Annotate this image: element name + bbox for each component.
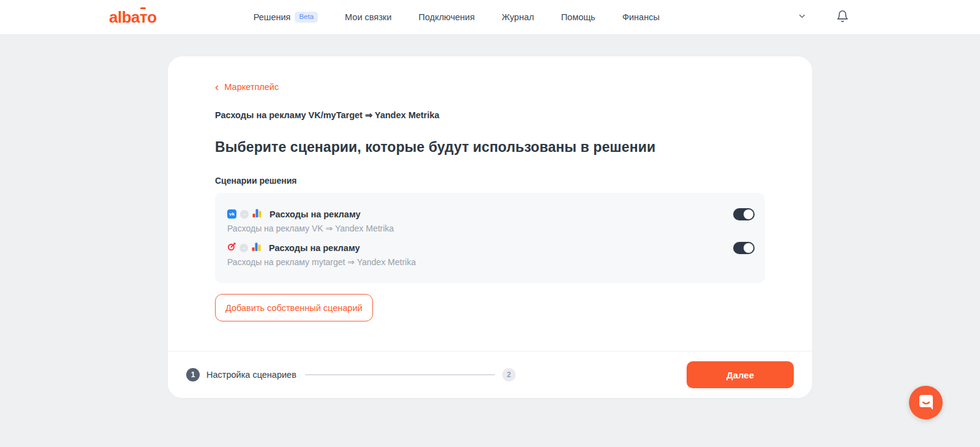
- scenario-info: → Расходы на рекламу Расходы на рекламу …: [227, 242, 416, 267]
- scenario-toggle[interactable]: [733, 208, 755, 220]
- step-1-label: Настройка сценариев: [206, 370, 296, 380]
- nav-item-label: Решения: [254, 12, 291, 22]
- arrow-right-icon: →: [240, 210, 249, 219]
- chat-widget-button[interactable]: [909, 386, 943, 419]
- nav-item-finance[interactable]: Финансы: [622, 12, 660, 22]
- back-link-label: Маркетплейс: [224, 82, 279, 92]
- chevron-down-icon: [797, 12, 807, 23]
- step-1-indicator: 1: [186, 368, 200, 381]
- account-dropdown-button[interactable]: [797, 12, 807, 23]
- arrow-right-icon: →: [239, 244, 248, 252]
- add-custom-scenario-button[interactable]: Добавить собственный сценарий: [215, 294, 373, 321]
- nav-item-journal[interactable]: Журнал: [502, 12, 534, 22]
- yandex-metrika-icon: [252, 208, 262, 220]
- scenario-subtitle: Расходы на рекламу VK ⇒ Yandex Metrika: [227, 224, 394, 233]
- main-menu: Решения Beta Мои связки Подключения Журн…: [254, 12, 660, 23]
- scenario-head: vk → Расходы на рекламу: [227, 208, 394, 220]
- step-2-indicator: 2: [502, 368, 516, 381]
- back-chevron-icon: ‹: [215, 83, 219, 91]
- page-heading: Выберите сценарии, которые будут использ…: [215, 139, 765, 156]
- next-button[interactable]: Далее: [687, 361, 794, 388]
- scenarios-section-label: Сценарии решения: [215, 176, 765, 186]
- scenario-row-vk: vk → Расходы на рекламу Расходы на рекла…: [227, 208, 755, 233]
- notifications-button[interactable]: [836, 10, 849, 24]
- nav-item-label: Финансы: [622, 12, 660, 22]
- nav-item-label: Подключения: [418, 12, 475, 22]
- card-body: ‹ Маркетплейс Расходы на рекламу VK/myTa…: [168, 56, 812, 321]
- nav-item-my-bundles[interactable]: Мои связки: [345, 12, 391, 22]
- scenario-subtitle: Расходы на рекламу mytarget ⇒ Yandex Met…: [227, 257, 416, 267]
- nav-item-label: Мои связки: [345, 12, 391, 22]
- back-to-marketplace-link[interactable]: ‹ Маркетплейс: [215, 82, 279, 92]
- nav-item-connections[interactable]: Подключения: [418, 12, 475, 22]
- nav-item-label: Помощь: [561, 12, 595, 22]
- step-progress-line: [305, 374, 495, 375]
- toggle-knob: [744, 243, 753, 253]
- scenarios-panel: vk → Расходы на рекламу Расходы на рекла…: [215, 193, 765, 283]
- mytarget-app-icon: [227, 242, 236, 254]
- stepper-footer: 1 Настройка сценариев 2 Далее: [168, 351, 812, 398]
- vk-app-icon: vk: [227, 209, 236, 219]
- toggle-knob: [744, 209, 753, 219]
- nav-right-controls: [797, 10, 980, 24]
- bell-icon: [836, 10, 849, 24]
- scenario-title: Расходы на рекламу: [269, 243, 360, 253]
- top-navigation: albaтo Решения Beta Мои связки Подключен…: [0, 0, 980, 35]
- solution-title: Расходы на рекламу VK/myTarget ⇒ Yandex …: [215, 110, 765, 120]
- albato-logo[interactable]: albaтo: [109, 8, 157, 27]
- scenario-title: Расходы на рекламу: [270, 209, 360, 219]
- yandex-metrika-icon: [252, 242, 261, 254]
- chat-bubble-icon: [918, 393, 935, 412]
- scenario-info: vk → Расходы на рекламу Расходы на рекла…: [227, 208, 394, 233]
- nav-item-help[interactable]: Помощь: [561, 12, 595, 22]
- solution-setup-card: ‹ Маркетплейс Расходы на рекламу VK/myTa…: [168, 56, 812, 398]
- beta-badge: Beta: [295, 12, 318, 23]
- logo-text: alba: [109, 8, 140, 27]
- nav-item-label: Журнал: [502, 12, 534, 22]
- logo-t-overline: т: [140, 8, 147, 27]
- scenario-toggle[interactable]: [733, 242, 755, 254]
- nav-item-solutions[interactable]: Решения Beta: [254, 12, 318, 23]
- logo-text-end: o: [147, 8, 156, 27]
- scenario-row-mytarget: → Расходы на рекламу Расходы на рекламу …: [227, 242, 755, 267]
- scenario-head: → Расходы на рекламу: [227, 242, 416, 254]
